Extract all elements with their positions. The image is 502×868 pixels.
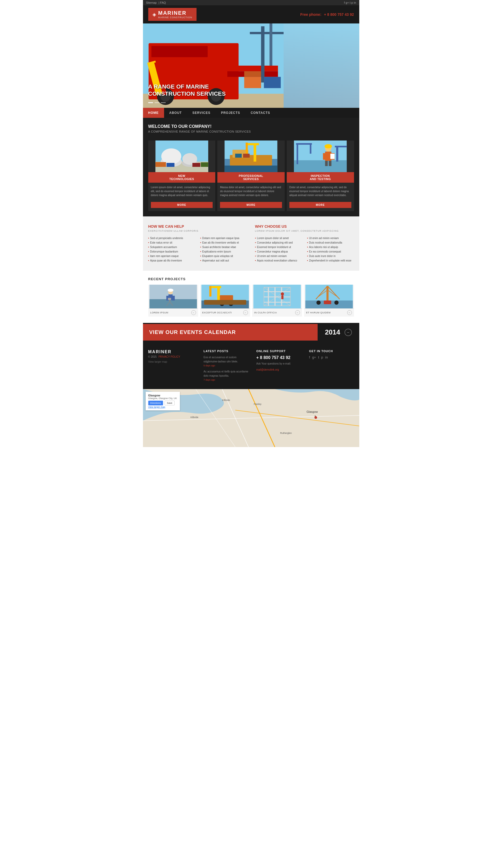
- svg-rect-14: [269, 23, 272, 66]
- map-view-larger-link[interactable]: View larger map: [148, 406, 165, 408]
- project-label-2: EXCEPTUR OCCAECATI: [202, 311, 232, 314]
- footer-pinterest-icon[interactable]: p: [321, 355, 323, 359]
- project-label-1: LOREM IPSUM: [150, 311, 169, 314]
- project-grid: LOREM IPSUM −: [148, 285, 354, 317]
- faq-link[interactable]: FAQ: [160, 1, 166, 4]
- svg-rect-45: [329, 161, 331, 166]
- welcome-title: WELCOME TO OUR COMPANY!: [148, 124, 354, 129]
- svg-rect-35: [235, 154, 242, 158]
- card-1-more-btn[interactable]: MORE: [151, 202, 213, 208]
- footer-linkedin-icon[interactable]: in: [325, 355, 328, 359]
- svg-rect-17: [244, 71, 261, 77]
- svg-rect-32: [254, 143, 257, 162]
- pinterest-icon[interactable]: p: [351, 1, 353, 4]
- why-choose-us-col: WHY CHOOSE US LOREM IPSUM DOLOR SIT AMET…: [255, 224, 354, 263]
- svg-rect-25: [167, 163, 174, 167]
- footer-google-plus-icon[interactable]: g+: [312, 355, 316, 359]
- footer-online-support: ONLINE SUPPORT + 8 800 757 43 92 Ask You…: [257, 350, 301, 384]
- svg-rect-68: [209, 286, 211, 297]
- project-thumb-3: [252, 285, 302, 308]
- svg-point-93: [316, 300, 321, 305]
- logo[interactable]: ◈ MARINER MARINE CONSTRUCTION: [148, 8, 197, 21]
- footer-map-link[interactable]: View larger map: [148, 360, 196, 363]
- list-item: Duis nostrud exercitationulla: [307, 240, 354, 245]
- linkedin-icon[interactable]: in: [354, 1, 356, 4]
- footer-facebook-icon[interactable]: f: [309, 355, 310, 359]
- svg-rect-13: [250, 32, 283, 34]
- project-btn-3[interactable]: −: [295, 310, 300, 315]
- post-text-1: Eos et accusamus et iustom odgjkmuine-ta…: [204, 355, 249, 364]
- svg-rect-10: [227, 66, 278, 71]
- project-footer-3: IN CULPA OFFICIA −: [252, 308, 302, 317]
- events-toggle-btn[interactable]: −: [344, 329, 352, 336]
- hero-dot-2[interactable]: [154, 102, 159, 103]
- nav-services[interactable]: SERVICES: [187, 108, 215, 118]
- list-item: Suasi architecto beatae vitae: [200, 245, 247, 249]
- project-btn-4[interactable]: −: [347, 310, 352, 315]
- card-2-text: Massa dolor sit amet, consectetur adipis…: [217, 183, 285, 200]
- list-item: Sed ut perspiciatis undennis: [148, 236, 195, 240]
- card-3-label: INSPECTIONAND TESTING: [287, 172, 354, 183]
- card-2-more-btn[interactable]: MORE: [220, 202, 282, 208]
- hero-section: A RANGE OF MARINE CONSTRUCTION SERVICES: [143, 23, 359, 108]
- svg-rect-48: [297, 143, 298, 164]
- list-item: Este natus error sit: [148, 240, 195, 245]
- list-item: Eae ab illo inventore veritatis et: [200, 240, 247, 245]
- nav-about[interactable]: ABOUT: [164, 108, 187, 118]
- events-year: 2014: [325, 328, 340, 336]
- nav-home[interactable]: HOME: [143, 108, 164, 118]
- project-footer-1: LOREM IPSUM −: [148, 308, 198, 317]
- privacy-policy-link[interactable]: PRIVACY POLICY: [159, 355, 180, 358]
- hero-headline-2: CONSTRUCTION SERVICES: [148, 90, 226, 97]
- svg-rect-54: [149, 299, 197, 308]
- how-we-help-title: HOW WE CAN HELP: [148, 224, 247, 228]
- why-choose-list-2: Ut enim ad minim veniam Duis nostrud exe…: [307, 236, 354, 263]
- svg-point-94: [334, 300, 339, 305]
- list-item: Elupatem quia voluptas sit: [200, 254, 247, 258]
- list-item: Acu laboris nisi ut aliquip: [307, 245, 354, 249]
- sitemap-link[interactable]: Sitemap: [146, 1, 157, 4]
- footer-support-title: ONLINE SUPPORT: [257, 350, 301, 353]
- footer-brand-name: MARINER: [148, 350, 196, 354]
- svg-rect-58: [172, 296, 175, 300]
- nav-contacts[interactable]: CONTACTS: [245, 108, 275, 118]
- why-choose-us-title: WHY CHOOSE US: [255, 224, 354, 228]
- welcome-section: WELCOME TO OUR COMPANY! A COMPREHENSIVE …: [143, 118, 359, 141]
- svg-rect-36: [243, 154, 250, 158]
- footer-twitter-icon[interactable]: t: [318, 355, 319, 359]
- facebook-icon[interactable]: f: [344, 1, 345, 4]
- project-btn-2[interactable]: −: [243, 310, 248, 315]
- footer-get-in-touch: GET IN TOUCH f g+ t p in: [309, 350, 354, 384]
- map-actions: Directions Save: [148, 401, 177, 405]
- svg-rect-81: [264, 297, 290, 297]
- why-choose-us-lists: Lorem ipsum dolor sit amet Consectetur a…: [255, 236, 354, 263]
- top-social-icons: f g+ t p in: [344, 1, 356, 4]
- logo-text: MARINER MARINE CONSTRUCTION: [158, 10, 192, 19]
- google-plus-icon[interactable]: g+: [345, 1, 349, 4]
- svg-point-46: [324, 144, 332, 148]
- hero-dot-3[interactable]: [161, 102, 165, 103]
- project-item-1: LOREM IPSUM −: [148, 285, 198, 317]
- footer-year: © 2015 PRIVACY POLICY: [148, 355, 196, 358]
- map-save-btn[interactable]: Save: [164, 401, 175, 405]
- events-year-section: 2014 −: [318, 323, 359, 342]
- hero-headline-1: A RANGE OF MARINE: [148, 83, 209, 90]
- project-footer-4: ET HARUM QUIDEM −: [304, 308, 354, 317]
- twitter-icon[interactable]: t: [350, 1, 351, 4]
- project-btn-1[interactable]: −: [191, 310, 196, 315]
- card-professional-services: PROFESSIONALSERVICES Massa dolor sit ame…: [217, 141, 285, 211]
- footer-posts-title: LATEST POSTS: [204, 350, 249, 353]
- project-item-2: EXCEPTUR OCCAECATI −: [200, 285, 250, 317]
- footer-email-link[interactable]: mail@demolink.org: [257, 368, 279, 371]
- map-directions-btn[interactable]: Directions: [148, 401, 163, 405]
- hero-dot-1[interactable]: [148, 102, 153, 103]
- project-thumb-1: [148, 285, 198, 308]
- map-section: Glasgow ● Paisley Kilbride Kilbride Ruth…: [143, 389, 359, 447]
- hero-text: A RANGE OF MARINE CONSTRUCTION SERVICES: [148, 83, 226, 97]
- why-choose-us-sub: LOREM IPSUM DOLOR SIT AMET, CONSECTETUR …: [255, 230, 354, 232]
- nav-projects[interactable]: PROJECTS: [216, 108, 245, 118]
- card-3-more-btn[interactable]: MORE: [289, 202, 351, 208]
- list-item: Consectetur magna aliqua: [255, 249, 302, 254]
- list-item: Eiusmod tempor incididunt ut: [255, 245, 302, 249]
- logo-sub: MARINE CONSTRUCTION: [158, 16, 192, 19]
